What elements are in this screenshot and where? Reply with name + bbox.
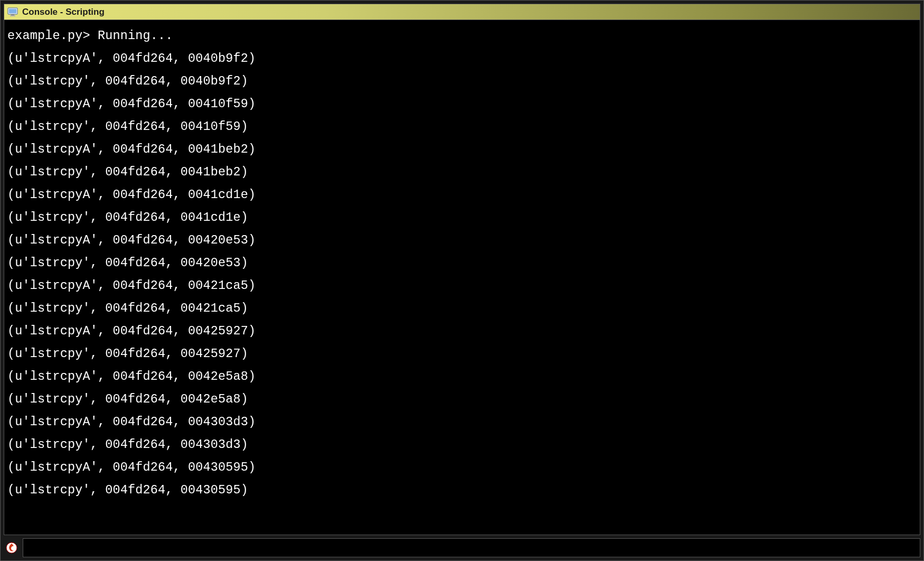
console-output-line: (u'lstrcpyA', 004fd264, 00421ca5)	[7, 274, 917, 297]
console-monitor-icon	[7, 7, 18, 17]
console-output-line: (u'lstrcpyA', 004fd264, 0040b9f2)	[7, 47, 917, 70]
command-input[interactable]	[23, 539, 920, 557]
console-output[interactable]: example.py> Running...(u'lstrcpyA', 004f…	[4, 20, 920, 535]
console-output-line: (u'lstrcpyA', 004fd264, 00420e53)	[7, 229, 917, 251]
console-output-line: (u'lstrcpyA', 004fd264, 0041beb2)	[7, 138, 917, 161]
console-output-line: (u'lstrcpy', 004fd264, 00430595)	[7, 479, 917, 501]
svg-rect-1	[9, 9, 16, 13]
console-output-line: (u'lstrcpyA', 004fd264, 00425927)	[7, 320, 917, 342]
console-output-line: (u'lstrcpy', 004fd264, 0041beb2)	[7, 161, 917, 183]
console-output-line: (u'lstrcpy', 004fd264, 00425927)	[7, 342, 917, 365]
console-output-line: (u'lstrcpyA', 004fd264, 004303d3)	[7, 410, 917, 433]
console-output-line: (u'lstrcpy', 004fd264, 00420e53)	[7, 251, 917, 274]
console-output-line: (u'lstrcpy', 004fd264, 00421ca5)	[7, 297, 917, 320]
console-output-line: (u'lstrcpy', 004fd264, 0040b9f2)	[7, 70, 917, 92]
svg-rect-3	[10, 15, 15, 16]
console-output-line: (u'lstrcpy', 004fd264, 0042e5a8)	[7, 388, 917, 410]
console-output-line: (u'lstrcpy', 004fd264, 004303d3)	[7, 433, 917, 456]
command-bar	[4, 538, 920, 557]
app-frame: Console - Scripting example.py> Running.…	[0, 0, 924, 561]
console-output-line: (u'lstrcpyA', 004fd264, 00410f59)	[7, 92, 917, 115]
console-panel: Console - Scripting example.py> Running.…	[4, 4, 920, 535]
console-titlebar[interactable]: Console - Scripting	[4, 4, 920, 20]
command-prompt-icon[interactable]	[4, 538, 20, 557]
console-output-line: (u'lstrcpyA', 004fd264, 0042e5a8)	[7, 365, 917, 388]
console-output-line: (u'lstrcpy', 004fd264, 00410f59)	[7, 115, 917, 138]
console-title: Console - Scripting	[22, 7, 105, 17]
command-input-wrap	[23, 538, 920, 557]
console-output-line: (u'lstrcpyA', 004fd264, 00430595)	[7, 456, 917, 479]
console-prompt-line: example.py> Running...	[7, 24, 917, 47]
console-output-line: (u'lstrcpy', 004fd264, 0041cd1e)	[7, 206, 917, 229]
svg-rect-2	[11, 14, 14, 15]
console-output-line: (u'lstrcpyA', 004fd264, 0041cd1e)	[7, 183, 917, 206]
